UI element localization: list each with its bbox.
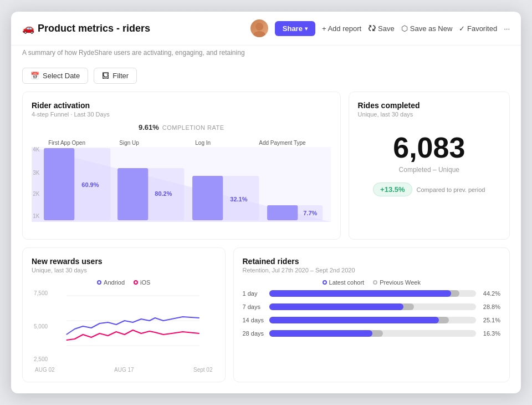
rewards-y-labels: 7,500 5,000 2,500: [32, 290, 50, 362]
svg-text:60.9%: 60.9%: [81, 181, 99, 188]
bar-row-14days: 14 days 25.1%: [243, 317, 501, 323]
filter-button[interactable]: ⛾ Filter: [94, 68, 137, 84]
bar-purple-7days: [269, 303, 404, 310]
add-report-button[interactable]: + Add report: [322, 24, 361, 33]
bar-track-7days: [269, 303, 477, 310]
activation-card: Rider activation 4-step Funnel · Last 30…: [22, 92, 341, 240]
filter-icon: ⛾: [102, 72, 109, 80]
bar-track-14days: [269, 317, 477, 323]
calendar-icon: 📅: [30, 72, 39, 80]
completion-rate-label: 9.61% COMPLETION RATE: [32, 123, 331, 131]
rides-badge: +13.5%: [373, 183, 412, 196]
activation-title: Rider activation: [32, 101, 331, 110]
rides-title: Rides completed: [358, 101, 500, 110]
svg-text:Log In: Log In: [195, 140, 211, 146]
retained-subtitle: Retention, Jul 27th 2020 – Sept 2nd 2020: [243, 267, 501, 274]
ios-dot: [134, 280, 138, 285]
save-button[interactable]: 🗘 Save: [368, 24, 395, 33]
bar-row-1day: 1 day 44.2%: [243, 290, 501, 297]
svg-rect-19: [192, 176, 259, 220]
save-icon: 🗘: [368, 24, 376, 33]
header-left: 🚗 Product metrics - riders: [22, 22, 245, 34]
rewards-legend: Andriod iOS: [32, 279, 216, 286]
svg-rect-13: [44, 148, 110, 220]
svg-rect-16: [117, 168, 184, 220]
favorited-button[interactable]: ✓ Favorited: [459, 24, 497, 33]
bar-purple-1day: [269, 290, 452, 297]
retained-legend: Latest cohort Previous Week: [243, 279, 501, 286]
bar-track-28days: [269, 330, 477, 337]
bar-row-7days: 7 days 28.8%: [243, 303, 501, 310]
svg-point-0: [255, 23, 263, 31]
page-title: 🚗 Product metrics - riders: [22, 22, 150, 34]
funnel-svg: 4K 3K 2K 1K First App Open Sign Up Log I…: [32, 136, 331, 230]
svg-point-1: [253, 31, 265, 37]
legend-android: Andriod: [97, 279, 125, 286]
svg-text:1K: 1K: [33, 213, 40, 219]
rewards-chart-wrapper: 7,500 5,000 2,500: [32, 290, 216, 364]
activation-subtitle: 4-step Funnel · Last 30 Days: [32, 111, 331, 118]
chevron-down-icon: ▾: [305, 26, 308, 32]
svg-text:80.2%: 80.2%: [155, 190, 172, 197]
rewards-subtitle: Unique, last 30 days: [32, 267, 216, 274]
svg-text:Add Payment Type: Add Payment Type: [259, 140, 306, 146]
funnel-chart: 4K 3K 2K 1K First App Open Sign Up Log I…: [32, 136, 331, 230]
legend-latest-cohort: Latest cohort: [323, 279, 365, 286]
rides-compare: Compared to prev. period: [417, 186, 485, 193]
rides-subtitle: Unique, last 30 days: [358, 111, 500, 118]
bar-track-1day: [269, 290, 477, 297]
main-content: Rider activation 4-step Funnel · Last 30…: [11, 92, 521, 393]
rewards-line-chart: [50, 290, 216, 364]
save-new-icon: ⬡: [401, 24, 408, 33]
rides-badge-row: +13.5% Compared to prev. period: [358, 183, 500, 196]
more-button[interactable]: ···: [504, 24, 510, 33]
svg-text:32.1%: 32.1%: [230, 196, 247, 202]
rewards-card: New rewards users Unique, last 30 days A…: [22, 247, 226, 382]
car-emoji: 🚗: [22, 22, 34, 34]
latest-cohort-dot: [323, 280, 327, 285]
rides-label: Completed – Unique: [358, 166, 500, 174]
bar-purple-14days: [269, 317, 439, 323]
svg-text:7.7%: 7.7%: [303, 210, 317, 216]
bar-purple-28days: [269, 330, 373, 337]
retained-title: Retained riders: [243, 257, 501, 266]
retained-bar-chart: 1 day 44.2% 7 days: [243, 290, 501, 337]
subtitle: A summary of how RydeShare users are act…: [11, 45, 521, 63]
save-new-button[interactable]: ⬡ Save as New: [401, 24, 453, 33]
select-date-button[interactable]: 📅 Select Date: [22, 68, 88, 84]
svg-text:4K: 4K: [33, 146, 40, 153]
android-dot: [97, 280, 101, 285]
rewards-title: New rewards users: [32, 257, 216, 266]
svg-text:First App Open: First App Open: [48, 140, 85, 146]
legend-prev-week: Previous Week: [373, 279, 421, 286]
avatar: [250, 19, 268, 37]
legend-ios: iOS: [134, 279, 150, 286]
share-button[interactable]: Share ▾: [275, 21, 315, 36]
retained-card: Retained riders Retention, Jul 27th 2020…: [233, 247, 510, 382]
bar-row-28days: 28 days 16.3%: [243, 330, 501, 337]
top-row: Rider activation 4-step Funnel · Last 30…: [22, 92, 510, 240]
prev-week-dot: [373, 280, 377, 285]
svg-text:Sign Up: Sign Up: [119, 140, 139, 146]
header-actions: Share ▾ + Add report 🗘 Save ⬡ Save as Ne…: [250, 19, 510, 37]
header: 🚗 Product metrics - riders Share ▾ + Add…: [11, 12, 521, 45]
rewards-x-labels: AUG 02 AUG 17 Sept 02: [32, 364, 216, 373]
rides-card: Rides completed Unique, last 30 days 6,0…: [349, 92, 510, 240]
svg-text:2K: 2K: [33, 191, 40, 197]
toolbar: 📅 Select Date ⛾ Filter: [11, 63, 521, 92]
svg-text:3K: 3K: [33, 170, 40, 176]
rides-number: 6,083: [358, 132, 500, 164]
bottom-row: New rewards users Unique, last 30 days A…: [22, 247, 510, 382]
